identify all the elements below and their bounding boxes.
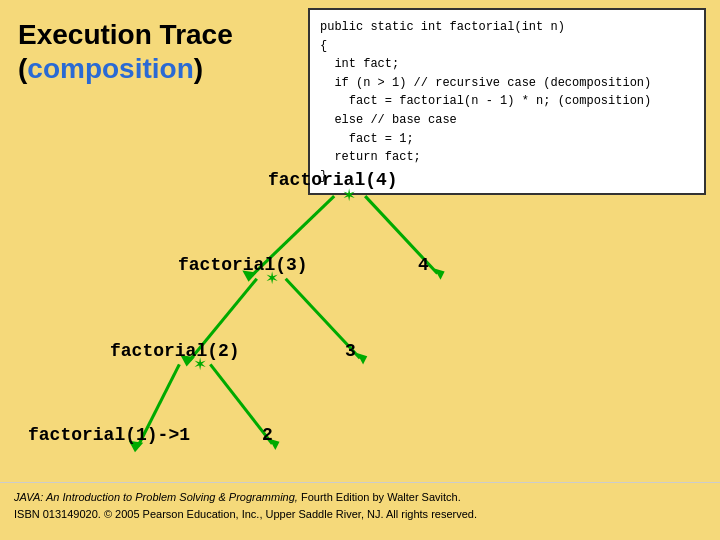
node-factorial1: factorial(1)->1 [28,425,190,445]
code-line-4: fact = factorial(n - 1) * n; (compositio… [320,92,694,111]
footer-line1: JAVA: An Introduction to Problem Solving… [14,489,706,506]
title-line1: Execution Trace [18,19,233,50]
code-line-6: fact = 1; [320,130,694,149]
code-line-5: else // base case [320,111,694,130]
footer: JAVA: An Introduction to Problem Solving… [0,482,720,540]
main-container: Execution Trace (composition) public sta… [0,0,720,540]
code-line-1: { [320,37,694,56]
node-factorial2: factorial(2) [110,341,240,361]
footer-edition: Fourth Edition by Walter Savitch. [301,491,461,503]
title-text: Execution Trace (composition) [18,18,298,85]
footer-italic: JAVA: An Introduction to Problem Solving… [14,491,298,503]
title-area: Execution Trace (composition) [18,18,298,85]
diagram-area: ✶ ✶ ✶ factorial(4) factorial(3) factoria… [0,160,720,480]
footer-line2: ISBN 013149020. © 2005 Pearson Education… [14,506,706,523]
code-line-0: public static int factorial(int n) [320,18,694,37]
return-val-4: 4 [418,255,429,275]
node-factorial3: factorial(3) [178,255,308,275]
return-val-2: 2 [262,425,273,445]
node-factorial4: factorial(4) [268,170,398,190]
title-composition: composition [27,53,193,84]
code-line-2: int fact; [320,55,694,74]
code-line-3: if (n > 1) // recursive case (decomposit… [320,74,694,93]
return-val-3: 3 [345,341,356,361]
